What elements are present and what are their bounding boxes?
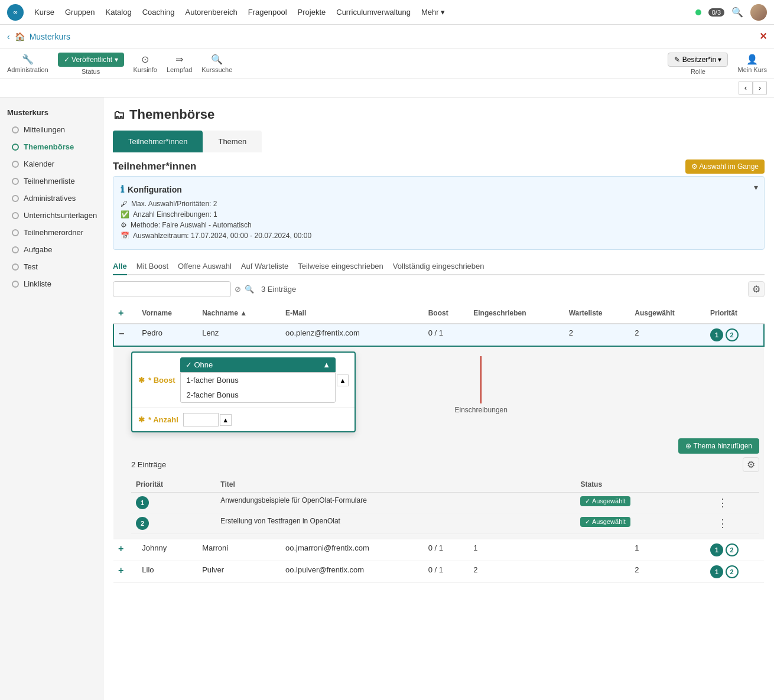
kursinfo-icon: ⊙ (141, 54, 149, 65)
sidebar-item-kalender[interactable]: Kalender (0, 155, 103, 172)
eingeschrieben-pedro (469, 324, 564, 346)
boost-selected-option[interactable]: ✓ Ohne ▲ (180, 357, 336, 372)
kursinfo-button[interactable]: ⊙ Kursinfo (134, 54, 157, 73)
add-button-lilo[interactable]: + (118, 565, 123, 575)
anzahl-spinner-up[interactable]: ▲ (220, 414, 232, 426)
close-button[interactable]: ✕ (759, 31, 767, 42)
col-vorname[interactable]: Vorname (137, 303, 197, 324)
vorname-johnny: Johnny (137, 539, 197, 561)
priority-badge-2-pedro[interactable]: 2 (726, 328, 739, 341)
boost-option-2facher[interactable]: 2-facher Bonus (181, 388, 336, 402)
prioritaet-pedro: 1 2 (705, 324, 764, 346)
priority-badge-2-lilo[interactable]: 2 (726, 565, 739, 578)
lernpfad-button[interactable]: ⇒ Lernpfad (167, 54, 192, 73)
sidebar-item-mitteilungen[interactable]: Mitteilungen (0, 121, 103, 138)
clear-search-button[interactable]: ⊘ (235, 285, 241, 294)
expand-cell-lilo[interactable]: + (113, 561, 137, 583)
tab-themen[interactable]: Themen (203, 131, 262, 152)
toolbar-right: ✎ Besitzer*in ▾ Rolle 👤 Mein Kurs (668, 53, 767, 75)
home-icon[interactable]: 🏠 (15, 32, 25, 41)
nachname-pedro: Lenz (197, 324, 281, 346)
anzahl-input[interactable] (183, 413, 219, 426)
priority-badge-1-johnny[interactable]: 1 (710, 543, 723, 556)
status-button[interactable]: ✓ Veröffentlicht ▾ (58, 53, 124, 67)
edit-icon: 🖋 (121, 200, 128, 208)
table-row-johnny: + Johnny Marroni oo.jmarroni@frentix.com… (113, 539, 764, 561)
priority-badge-2-johnny[interactable]: 2 (726, 543, 739, 556)
mein-kurs-icon: 👤 (746, 54, 758, 65)
tab-teilnehmerinnen[interactable]: Teilnehmer*innen (113, 131, 203, 152)
participants-table: + Vorname Nachname ▲ E-Mail Boost Einges… (113, 303, 765, 583)
col-nachname[interactable]: Nachname ▲ (197, 303, 281, 324)
logo-icon[interactable]: ∞ (7, 4, 24, 21)
search-icon[interactable]: 🔍 (245, 285, 254, 294)
config-item-2: ✅ Anzahl Einschreibungen: 1 (121, 210, 757, 219)
nav-item-kurse[interactable]: Kurse (34, 8, 54, 17)
nav-item-autorenbereich[interactable]: Autorenbereich (186, 8, 238, 17)
sidebar-item-themenboerse[interactable]: Themenbörse (0, 138, 103, 155)
sidebar-item-teilnehmerordner[interactable]: Teilnehmerordner (0, 224, 103, 241)
main-layout: Musterkurs Mitteilungen Themenbörse Kale… (0, 97, 774, 700)
sub-actions-2[interactable]: ⋮ (713, 513, 759, 534)
user-avatar[interactable] (750, 4, 767, 21)
filter-tab-auf-warteliste[interactable]: Auf Warteliste (241, 258, 288, 275)
expand-cell-pedro[interactable]: − (113, 324, 137, 346)
main-tabs: Teilnehmer*innen Themen (113, 131, 765, 152)
nav-item-fragenpool[interactable]: Fragenpool (248, 8, 287, 17)
table-row-pedro: − Pedro Lenz oo.plenz@frentix.com 0 / 1 … (113, 324, 764, 346)
nav-item-mehr[interactable]: Mehr ▾ (421, 8, 445, 17)
nachname-johnny: Marroni (197, 539, 281, 561)
nav-item-katalog[interactable]: Katalog (106, 8, 132, 17)
search-input[interactable] (113, 281, 231, 297)
prioritaet-johnny: 1 2 (705, 539, 764, 561)
filter-tab-teilweise-eingeschrieben[interactable]: Teilweise eingeschrieben (298, 258, 383, 275)
priority-badge-1-lilo[interactable]: 1 (710, 565, 723, 578)
sub-priority-badge-1: 1 (136, 496, 149, 509)
table-settings-button[interactable]: ⚙ (748, 281, 765, 297)
mein-kurs-button[interactable]: 👤 Mein Kurs (737, 54, 767, 73)
nav-item-projekte[interactable]: Projekte (298, 8, 326, 17)
sub-table-settings[interactable]: ⚙ (743, 457, 759, 472)
config-collapse-button[interactable]: ▾ (754, 183, 758, 192)
rolle-button[interactable]: ✎ Besitzer*in ▾ (668, 53, 728, 67)
themenboerse-icon: 🗂 (113, 108, 125, 122)
sidebar-course-title[interactable]: Musterkurs (0, 102, 103, 121)
thema-hinzufuegen-button[interactable]: ⊕ Thema hinzufügen (678, 438, 759, 454)
sub-actions-1[interactable]: ⋮ (713, 493, 759, 513)
filter-tab-alle[interactable]: Alle (113, 258, 127, 275)
sidebar-item-administratives[interactable]: Administratives (0, 190, 103, 207)
filter-tab-offene-auswahl[interactable]: Offene Auswahl (178, 258, 232, 275)
add-button-johnny[interactable]: + (118, 543, 123, 554)
config-item-1: 🖋 Max. Auswahl/Prioritäten: 2 (121, 200, 757, 208)
vorname-lilo: Lilo (137, 561, 197, 583)
circle-icon (12, 263, 19, 271)
next-arrow[interactable]: › (753, 82, 767, 95)
kurssuche-button[interactable]: 🔍 Kurssuche (201, 54, 232, 73)
minus-button-pedro[interactable]: − (119, 328, 124, 338)
filter-tab-vollstaendig-eingeschrieben[interactable]: Vollständig eingeschrieben (393, 258, 484, 275)
sidebar-item-unterrichtsunterlagen[interactable]: Unterrichtsunterlagen (0, 207, 103, 224)
sidebar-item-aufgabe[interactable]: Aufgabe (0, 241, 103, 258)
expand-cell-johnny[interactable]: + (113, 539, 137, 561)
boost-spinner-up[interactable]: ▲ (337, 375, 349, 386)
auswahl-im-gange-button[interactable]: ⚙ Auswahl im Gange (685, 159, 765, 174)
search-icon[interactable]: 🔍 (731, 6, 743, 18)
administration-button[interactable]: 🔧 Administration (7, 54, 48, 73)
nav-item-gruppen[interactable]: Gruppen (65, 8, 95, 17)
back-button[interactable]: ‹ (7, 32, 10, 41)
warteliste-lilo (564, 561, 630, 583)
add-col-icon[interactable]: + (118, 308, 123, 318)
sidebar-item-linkliste[interactable]: Linkliste (0, 275, 103, 292)
sidebar-item-teilnehmerliste[interactable]: Teilnehmerliste (0, 172, 103, 190)
nav-item-coaching[interactable]: Coaching (142, 8, 175, 17)
lernpfad-icon: ⇒ (175, 54, 183, 65)
boost-option-1facher[interactable]: 1-facher Bonus (181, 373, 336, 388)
filter-tab-mit-boost[interactable]: Mit Boost (136, 258, 168, 275)
circle-icon (12, 246, 19, 253)
priority-badge-1-pedro[interactable]: 1 (710, 328, 723, 341)
nav-item-curriculumverwaltung[interactable]: Curriculumverwaltung (336, 8, 411, 17)
sidebar-item-test[interactable]: Test (0, 258, 103, 275)
prev-arrow[interactable]: ‹ (739, 82, 753, 95)
check-icon: ✅ (121, 210, 129, 219)
sub-status-2: ✓ Ausgewählt (575, 513, 713, 534)
